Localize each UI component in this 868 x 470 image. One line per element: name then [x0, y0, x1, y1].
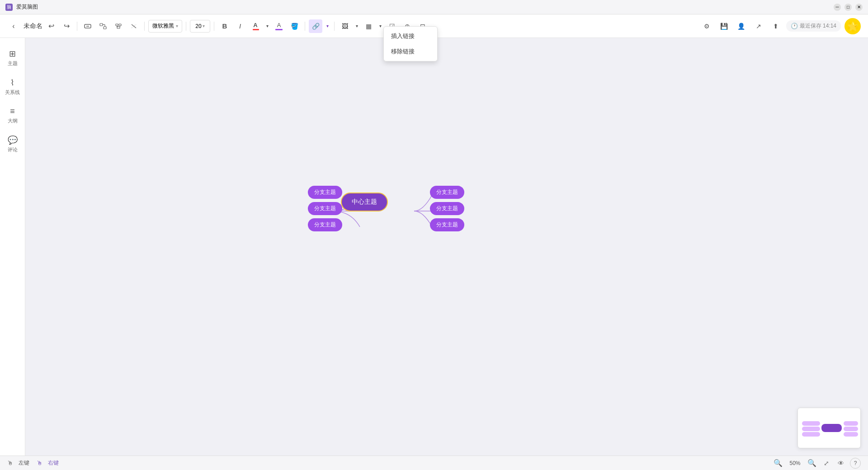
- minimap: [797, 408, 861, 448]
- insert-link-item[interactable]: 插入链接: [384, 28, 437, 44]
- branch-node-left-1[interactable]: 分支主题: [308, 186, 342, 199]
- node-tool-1[interactable]: [81, 19, 94, 33]
- divider-1: [77, 22, 77, 31]
- font-family-selector[interactable]: 微软雅黑 ▾: [148, 20, 182, 33]
- zoom-out-button[interactable]: 🔍: [773, 458, 783, 469]
- text-color-indicator: [253, 29, 259, 30]
- back-button[interactable]: ‹: [7, 20, 20, 33]
- text-color-button[interactable]: A: [249, 19, 262, 33]
- sidebar-item-comment[interactable]: 💬 评论: [2, 132, 24, 157]
- sidebar: ⊞ 主题 ⌇ 关系线 ≡ 大纲 💬 评论: [0, 38, 25, 470]
- branch-node-left-3[interactable]: 分支主题: [308, 218, 342, 231]
- statusbar-right: 🔍 50% 🔍 ⤢ 👁 ?: [773, 458, 861, 469]
- fill-color-button[interactable]: 🪣: [288, 19, 301, 33]
- save-button[interactable]: 💾: [717, 19, 731, 33]
- divider-5: [305, 22, 305, 31]
- svg-rect-3: [104, 27, 106, 29]
- font-size-selector[interactable]: 20 ▾: [190, 20, 210, 33]
- minimize-button[interactable]: ─: [834, 4, 841, 11]
- settings-button[interactable]: ⚙: [700, 19, 714, 33]
- relations-icon: ⌇: [10, 78, 14, 88]
- mouse-left-icon: 🖱: [7, 460, 13, 466]
- svg-rect-7: [119, 24, 121, 26]
- redo-button[interactable]: ↪: [60, 19, 73, 33]
- svg-rect-20: [844, 432, 858, 437]
- svg-rect-17: [821, 424, 842, 432]
- branch-node-right-2[interactable]: 分支主题: [430, 202, 464, 215]
- app-title: 爱莫脑图: [16, 3, 38, 11]
- highlight-button[interactable]: A: [272, 19, 286, 33]
- export-button[interactable]: ⬆: [769, 19, 783, 33]
- statusbar: 🖱 左键 🖱 右键 🔍 50% 🔍 ⤢ 👁 ?: [0, 456, 868, 470]
- share-button[interactable]: ↗: [752, 19, 765, 33]
- divider-6: [334, 22, 335, 31]
- italic-button[interactable]: I: [233, 19, 247, 33]
- svg-rect-16: [802, 432, 820, 437]
- link-dropdown[interactable]: ▾: [324, 19, 330, 33]
- doc-title: 未命名: [24, 22, 42, 30]
- text-color-dropdown[interactable]: ▾: [264, 19, 270, 33]
- svg-rect-6: [116, 24, 118, 26]
- branch-node-right-3[interactable]: 分支主题: [430, 218, 464, 231]
- svg-rect-18: [844, 421, 858, 426]
- right-key-label: 右键: [48, 459, 59, 467]
- outline-icon: ≡: [10, 107, 15, 116]
- left-key-label: 左键: [19, 459, 29, 467]
- sidebar-item-comment-label: 评论: [8, 146, 18, 153]
- link-button[interactable]: 🔗: [309, 19, 322, 33]
- toolbar-right: ⚙ 💾 👤 ↗ ⬆ 🕐 最近保存 14:14 🌟: [700, 18, 861, 34]
- center-node[interactable]: 中心主题: [341, 193, 388, 212]
- remove-link-item[interactable]: 移除链接: [384, 44, 437, 59]
- branch-node-left-2[interactable]: 分支主题: [308, 202, 342, 215]
- node-tool-3[interactable]: [112, 19, 125, 33]
- sidebar-item-relations[interactable]: ⌇ 关系线: [2, 74, 24, 99]
- avatar-button[interactable]: 🌟: [844, 18, 861, 34]
- zoom-level: 50%: [787, 460, 803, 466]
- bold-button[interactable]: B: [218, 19, 231, 33]
- save-status-text: 最近保存 14:14: [800, 22, 836, 30]
- nav-area: ‹ 未命名: [7, 20, 42, 33]
- sidebar-item-outline-label: 大纲: [8, 118, 18, 124]
- divider-3: [186, 22, 186, 31]
- help-button[interactable]: ?: [850, 458, 861, 469]
- close-button[interactable]: ✕: [855, 4, 863, 11]
- branch-node-right-1[interactable]: 分支主题: [430, 186, 464, 199]
- table-button[interactable]: ▦: [362, 19, 375, 33]
- image-button[interactable]: 🖼: [338, 19, 352, 33]
- svg-rect-2: [100, 24, 103, 26]
- sidebar-item-outline[interactable]: ≡ 大纲: [2, 103, 24, 128]
- mindmap-svg: [25, 38, 868, 456]
- highlight-indicator: [275, 29, 283, 30]
- svg-rect-19: [844, 427, 858, 431]
- canvas-area[interactable]: 中心主题 分支主题 分支主题 分支主题 分支主题 分支主题 分支主题: [25, 38, 868, 456]
- link-button-wrapper: 🔗: [309, 19, 322, 33]
- theme-icon: ⊞: [9, 49, 16, 59]
- table-dropdown[interactable]: ▾: [377, 19, 383, 33]
- comment-icon: 💬: [8, 135, 18, 145]
- minimap-svg: [800, 410, 859, 446]
- window-controls: ─ □ ✕: [834, 4, 863, 11]
- save-status: 🕐 最近保存 14:14: [786, 20, 841, 32]
- minimap-content: [798, 408, 860, 448]
- app-icon: 脑: [5, 4, 13, 11]
- maximize-button[interactable]: □: [844, 4, 852, 11]
- svg-rect-15: [802, 427, 820, 431]
- divider-2: [144, 22, 145, 31]
- sidebar-item-theme-label: 主题: [8, 60, 18, 67]
- node-tool-2[interactable]: [96, 19, 110, 33]
- zoom-in-button[interactable]: 🔍: [807, 458, 817, 469]
- image-dropdown[interactable]: ▾: [354, 19, 360, 33]
- undo-button[interactable]: ↩: [44, 19, 58, 33]
- node-tool-4[interactable]: [127, 19, 141, 33]
- view-toggle-button[interactable]: 👁: [835, 458, 846, 469]
- svg-rect-14: [802, 421, 820, 426]
- sidebar-item-relations-label: 关系线: [5, 89, 20, 96]
- divider-4: [214, 22, 214, 31]
- link-dropdown-menu: 插入链接 移除链接: [383, 26, 438, 61]
- sidebar-item-theme[interactable]: ⊞ 主题: [2, 45, 24, 70]
- fit-screen-button[interactable]: ⤢: [821, 458, 832, 469]
- user-button[interactable]: 👤: [735, 19, 748, 33]
- mouse-right-icon: 🖱: [37, 460, 42, 466]
- title-bar: 脑 爱莫脑图 ─ □ ✕: [0, 0, 868, 14]
